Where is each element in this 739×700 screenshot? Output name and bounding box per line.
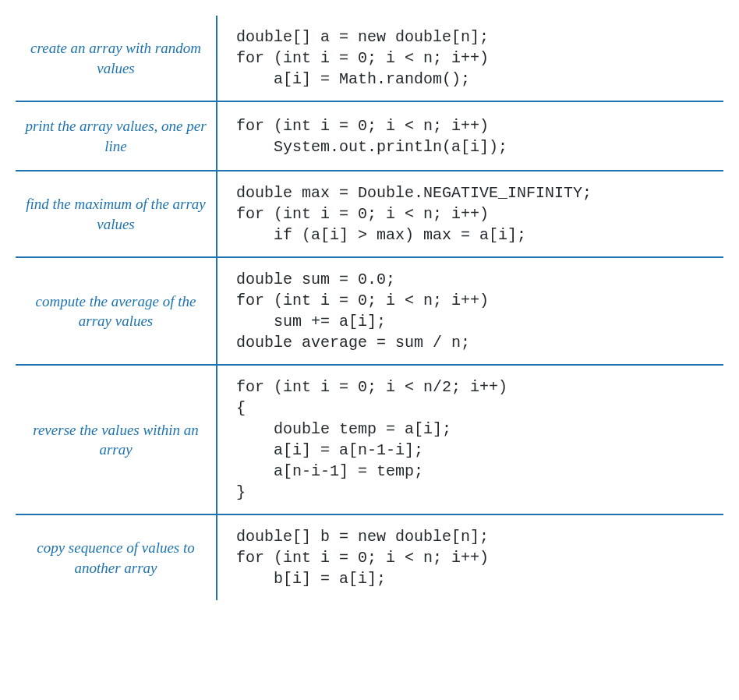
code-block: double[] b = new double[n]; for (int i =… — [236, 526, 716, 589]
idiom-code-cell: for (int i = 0; i < n; i++) System.out.p… — [217, 101, 723, 171]
code-block: double max = Double.NEGATIVE_INFINITY; f… — [236, 182, 716, 246]
code-block: double[] a = new double[n]; for (int i =… — [236, 27, 716, 90]
table-row: copy sequence of values to another array… — [16, 514, 723, 600]
idiom-code-cell: double[] b = new double[n]; for (int i =… — [217, 514, 723, 600]
idiom-label: compute the average of the array values — [16, 257, 217, 365]
table-row: print the array values, one per line for… — [16, 101, 723, 171]
idiom-label: find the maximum of the array values — [16, 171, 217, 257]
idiom-code-cell: for (int i = 0; i < n/2; i++) { double t… — [217, 365, 723, 514]
idiom-label: copy sequence of values to another array — [16, 514, 217, 600]
idiom-label: print the array values, one per line — [16, 101, 217, 171]
idiom-code-cell: double sum = 0.0; for (int i = 0; i < n;… — [217, 257, 723, 365]
code-block: for (int i = 0; i < n; i++) System.out.p… — [236, 115, 716, 157]
table-row: create an array with random values doubl… — [16, 16, 723, 101]
code-block: double sum = 0.0; for (int i = 0; i < n;… — [236, 269, 716, 353]
table-row: compute the average of the array values … — [16, 257, 723, 365]
code-block: for (int i = 0; i < n/2; i++) { double t… — [236, 377, 716, 503]
table-row: find the maximum of the array values dou… — [16, 171, 723, 257]
idiom-label: create an array with random values — [16, 16, 217, 101]
idiom-code-cell: double max = Double.NEGATIVE_INFINITY; f… — [217, 171, 723, 257]
code-idiom-table: create an array with random values doubl… — [16, 16, 723, 600]
idiom-code-cell: double[] a = new double[n]; for (int i =… — [217, 16, 723, 101]
idiom-label: reverse the values within an array — [16, 365, 217, 514]
table-row: reverse the values within an array for (… — [16, 365, 723, 514]
